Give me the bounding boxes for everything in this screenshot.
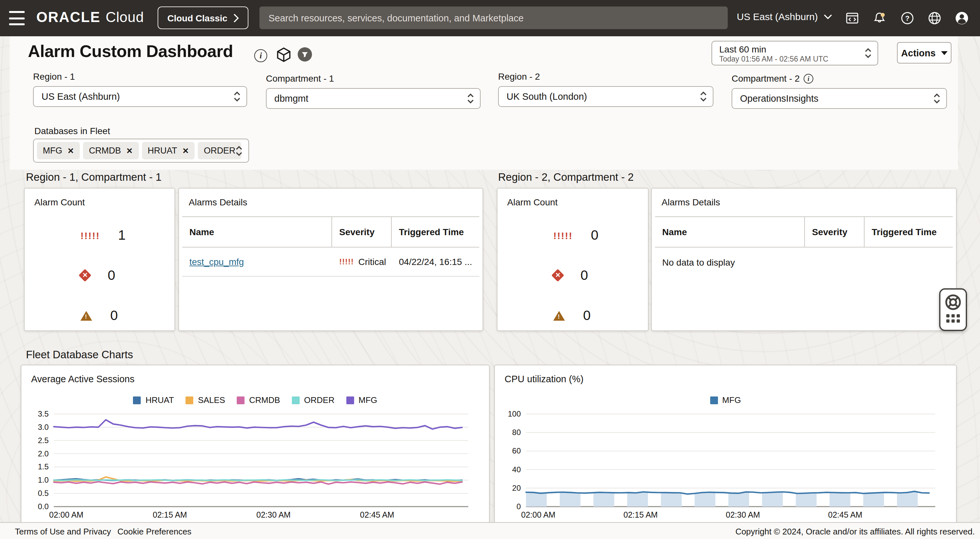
- alarms-details-card-1: Alarms Details Name Severity Triggered T…: [178, 188, 483, 331]
- alarm-count-card-2: Alarm Count !!!!!0 ✕0 !0: [497, 188, 649, 331]
- svg-text:100: 100: [508, 409, 521, 418]
- svg-text:02:15 AM: 02:15 AM: [153, 510, 187, 519]
- svg-text:02:45 AM: 02:45 AM: [360, 510, 395, 519]
- svg-text:02:15 AM: 02:15 AM: [624, 510, 658, 519]
- time-range-select[interactable]: Last 60 min Today 01:56 AM - 02:56 AM UT…: [711, 41, 878, 65]
- filter-region-1: Region - 1 US East (Ashburn): [33, 71, 247, 107]
- help-icon[interactable]: ?: [900, 11, 915, 25]
- databases-in-fleet-label: Databases in Fleet: [34, 126, 110, 136]
- copyright-text: Copyright © 2024, Oracle and/or its affi…: [735, 527, 975, 536]
- column-header-severity[interactable]: Severity: [805, 217, 865, 247]
- top-navigation-bar: ORACLE Cloud Cloud Classic US East (Ashb…: [0, 0, 980, 36]
- oracle-cloud-logo[interactable]: ORACLE Cloud: [36, 9, 144, 26]
- cpu-chart-legend: MFG: [495, 395, 956, 405]
- footer-bar: Terms of Use and Privacy Cookie Preferen…: [0, 522, 980, 539]
- chip-remove-icon[interactable]: ✕: [67, 146, 74, 155]
- legend-item[interactable]: MFG: [710, 395, 741, 405]
- chip-label: CRMDB: [89, 146, 121, 155]
- databases-chip-select[interactable]: MFG✕CRMDB✕HRUAT✕ORDER: [33, 139, 249, 163]
- caret-down-icon: [941, 51, 947, 55]
- chevron-down-icon: [824, 14, 832, 19]
- console-icon[interactable]: [845, 11, 859, 25]
- terms-link[interactable]: Terms of Use and Privacy: [15, 527, 111, 536]
- column-header-severity[interactable]: Severity: [332, 217, 392, 247]
- filter-compartment-1: Compartment - 1 dbmgmt: [266, 73, 480, 109]
- chip-label: MFG: [43, 146, 62, 155]
- page: ORACLE Cloud Cloud Classic US East (Ashb…: [0, 0, 980, 539]
- notifications-bell-icon[interactable]: [872, 11, 887, 25]
- brand-cloud: Cloud: [106, 9, 144, 26]
- warning-severity-icon: !: [80, 311, 92, 320]
- chip-remove-icon[interactable]: ✕: [126, 146, 133, 155]
- svg-text:?: ?: [905, 14, 909, 22]
- svg-text:0: 0: [517, 502, 521, 511]
- legend-label: HRUAT: [146, 395, 174, 405]
- region-2-select[interactable]: UK South (London): [498, 86, 713, 107]
- cookie-preferences-link[interactable]: Cookie Preferences: [118, 527, 191, 536]
- drag-dots-icon[interactable]: [946, 314, 960, 323]
- alarm-name-link[interactable]: test_cpu_mfg: [189, 257, 244, 267]
- spinner-icon: [933, 93, 940, 104]
- time-range-detail: Today 01:56 AM - 02:56 AM UTC: [719, 55, 828, 63]
- actions-label: Actions: [901, 48, 935, 58]
- assistance-floating-widget[interactable]: [939, 288, 967, 331]
- compartment-1-select[interactable]: dbmgmt: [266, 88, 480, 109]
- cloud-classic-button[interactable]: Cloud Classic: [158, 6, 248, 29]
- svg-text:02:30 AM: 02:30 AM: [726, 510, 760, 519]
- table-row: test_cpu_mfg !!!!!Critical 04/22/24, 16:…: [182, 247, 479, 277]
- svg-text:3.0: 3.0: [38, 423, 49, 431]
- chip-remove-icon[interactable]: ✕: [182, 146, 189, 155]
- database-chip[interactable]: HRUAT✕: [142, 142, 194, 159]
- filter-icon[interactable]: [298, 47, 312, 62]
- cloud-classic-label: Cloud Classic: [167, 13, 228, 23]
- cpu-chart: 02040608010002:00 AM02:15 AM02:30 AM02:4…: [504, 408, 947, 520]
- region-selector[interactable]: US East (Ashburn): [737, 11, 832, 22]
- compartment-1-label: Compartment - 1: [266, 73, 480, 84]
- database-chip[interactable]: MFG✕: [37, 142, 80, 159]
- legend-swatch-icon: [346, 396, 354, 404]
- filter-region-2: Region - 2 UK South (London): [498, 71, 713, 107]
- legend-item[interactable]: MFG: [346, 395, 377, 405]
- compartment-2-info-icon[interactable]: i: [803, 73, 813, 83]
- alarm-count-title: Alarm Count: [507, 197, 558, 207]
- actions-button[interactable]: Actions: [897, 42, 951, 63]
- error-count: 0: [581, 268, 590, 283]
- filter-compartment-2: Compartment - 2 i OperationsInsights: [732, 73, 947, 109]
- life-ring-icon[interactable]: [944, 293, 962, 311]
- compartment-1-value: dbmgmt: [274, 93, 309, 104]
- alarms-details-card-2: Alarms Details Name Severity Triggered T…: [651, 188, 957, 331]
- widgets-cube-icon[interactable]: [276, 47, 292, 63]
- legend-item[interactable]: SALES: [186, 395, 225, 405]
- databases-chip-list: MFG✕CRMDB✕HRUAT✕ORDER: [37, 142, 241, 159]
- column-header-name[interactable]: Name: [182, 217, 332, 247]
- region-1-label: Region - 1: [33, 71, 247, 82]
- spinner-icon: [234, 91, 240, 102]
- warning-severity-icon: !: [553, 311, 565, 320]
- critical-severity-icon: !!!!!: [553, 230, 573, 240]
- language-globe-icon[interactable]: [928, 11, 942, 25]
- alarms-table: Name Severity Triggered Time test_cpu_mf…: [182, 216, 479, 277]
- profile-avatar-icon[interactable]: [955, 11, 969, 25]
- database-chip[interactable]: CRMDB✕: [83, 142, 138, 159]
- legend-label: CRMDB: [249, 395, 280, 405]
- chip-label: HRUAT: [148, 146, 177, 155]
- legend-item[interactable]: CRMDB: [237, 395, 280, 405]
- column-header-triggered-time[interactable]: Triggered Time: [865, 217, 953, 247]
- section-2-header: Region - 2, Compartment - 2: [498, 171, 634, 183]
- alarms-table: Name Severity Triggered Time: [655, 216, 953, 247]
- legend-item[interactable]: HRUAT: [133, 395, 174, 405]
- hamburger-menu-icon[interactable]: [9, 11, 25, 25]
- search-input[interactable]: [259, 6, 728, 29]
- column-header-triggered-time[interactable]: Triggered Time: [392, 217, 479, 247]
- alarms-details-title: Alarms Details: [189, 197, 247, 207]
- column-header-name[interactable]: Name: [655, 217, 805, 247]
- compartment-2-select[interactable]: OperationsInsights: [732, 88, 947, 109]
- page-title: Alarm Custom Dashboard: [28, 41, 233, 62]
- legend-item[interactable]: ORDER: [292, 395, 335, 405]
- spinner-icon: [467, 93, 474, 104]
- database-chip[interactable]: ORDER: [198, 142, 241, 159]
- region-1-select[interactable]: US East (Ashburn): [33, 86, 247, 107]
- aas-chart: 0.00.51.01.52.02.53.03.502:00 AM02:15 AM…: [30, 408, 480, 520]
- dashboard-info-icon[interactable]: i: [254, 49, 267, 62]
- legend-swatch-icon: [292, 396, 300, 404]
